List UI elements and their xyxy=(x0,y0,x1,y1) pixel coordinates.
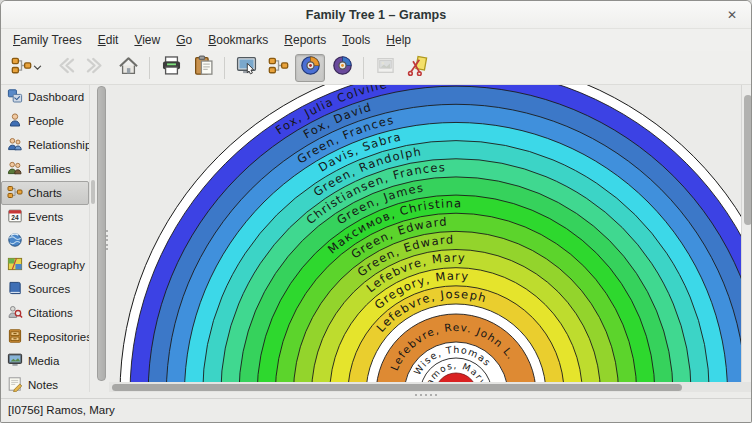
chevron-down-icon xyxy=(32,59,43,77)
menu-bar: Family TreesEditViewGoBookmarksReportsTo… xyxy=(1,29,751,51)
sidebar-item-label: Citations xyxy=(28,307,73,319)
media-button[interactable] xyxy=(370,54,400,82)
gramps-window: Family Tree 1 – Gramps ✕ Family TreesEdi… xyxy=(0,0,752,423)
families-icon xyxy=(7,160,23,178)
back-icon xyxy=(54,55,75,80)
vertical-scrollbar-thumb[interactable] xyxy=(744,95,752,225)
clip-button[interactable] xyxy=(402,54,432,82)
sidebar-item-charts[interactable]: Charts xyxy=(1,181,89,205)
media-icon xyxy=(7,352,23,370)
sidebar-scrollbar-thumb[interactable] xyxy=(91,180,95,204)
sidebar-item-label: Charts xyxy=(28,187,62,199)
home-icon xyxy=(118,55,139,80)
toolbar-separator xyxy=(224,57,225,79)
places-icon xyxy=(7,232,23,250)
geography-icon xyxy=(7,256,23,274)
menu-reports[interactable]: Reports xyxy=(276,29,334,51)
sidebar-item-citations[interactable]: Citations xyxy=(1,301,89,325)
sidebar-item-label: Notes xyxy=(28,379,58,391)
fan-chart-viewport[interactable]: Ramos, MaryWise, ThomasLefebvre, Rev. Jo… xyxy=(109,85,741,382)
menu-go[interactable]: Go xyxy=(168,29,200,51)
close-icon[interactable]: ✕ xyxy=(723,6,741,24)
full-fan-chart-view-button[interactable] xyxy=(327,54,357,82)
image-icon xyxy=(375,55,396,80)
pedigree-view-button[interactable] xyxy=(263,54,293,82)
print-icon xyxy=(161,55,182,80)
home-button[interactable] xyxy=(113,54,143,82)
svg-text:24: 24 xyxy=(11,214,19,221)
menu-view[interactable]: View xyxy=(126,29,168,51)
bottom-splitter-grip[interactable] xyxy=(415,394,437,397)
events-icon: 24 xyxy=(7,208,23,226)
content-area: DashboardPeopleRelationshipsFamiliesChar… xyxy=(1,85,752,398)
sidebar-item-people[interactable]: People xyxy=(1,109,89,133)
gramps-tree-icon xyxy=(11,55,32,80)
sidebar-item-label: Places xyxy=(28,235,63,247)
sidebar-item-relationships[interactable]: Relationships xyxy=(1,133,89,157)
horizontal-scrollbar-thumb[interactable] xyxy=(112,384,682,391)
person-icon xyxy=(7,112,23,130)
sidebar-item-geography[interactable]: Geography xyxy=(1,253,89,277)
sidebar-item-label: Geography xyxy=(28,259,85,271)
sidebar-item-events[interactable]: 24Events xyxy=(1,205,89,229)
toolbar-separator xyxy=(149,57,150,79)
sidebar-item-label: Events xyxy=(28,211,63,223)
back-button[interactable] xyxy=(49,54,79,82)
menu-family-trees[interactable]: Family Trees xyxy=(5,29,90,51)
clipboard-icon xyxy=(193,55,214,80)
forward-icon xyxy=(86,55,107,80)
clipboard-button[interactable] xyxy=(188,54,218,82)
toolbar xyxy=(1,51,751,85)
repositories-icon xyxy=(7,328,23,346)
fan-chart-view-button[interactable] xyxy=(295,54,325,82)
menu-bookmarks[interactable]: Bookmarks xyxy=(200,29,276,51)
sidebar-item-families[interactable]: Families xyxy=(1,157,89,181)
sidebar-item-label: Repositories xyxy=(28,331,92,343)
cut-icon xyxy=(407,55,428,80)
navigator-sidebar: DashboardPeopleRelationshipsFamiliesChar… xyxy=(1,85,89,398)
charts-icon xyxy=(7,184,23,202)
sidebar-item-sources[interactable]: Sources xyxy=(1,277,89,301)
sidebar-item-label: Media xyxy=(28,355,59,367)
sidebar-item-repositories[interactable]: Repositories xyxy=(1,325,89,349)
window-title: Family Tree 1 – Gramps xyxy=(306,8,446,22)
sidebar-item-places[interactable]: Places xyxy=(1,229,89,253)
fan-chart-canvas: Ramos, MaryWise, ThomasLefebvre, Rev. Jo… xyxy=(109,85,741,382)
active-person-status: [I0756] Ramos, Mary xyxy=(8,404,115,416)
status-bar: [I0756] Ramos, Mary xyxy=(1,398,751,423)
dashboard-icon xyxy=(7,88,23,106)
toolbar-separator xyxy=(363,57,364,79)
relationships-icon xyxy=(7,136,23,154)
menu-tools[interactable]: Tools xyxy=(334,29,378,51)
sidebar-item-label: Dashboard xyxy=(28,91,84,103)
fan-chart-alt-icon xyxy=(332,55,353,80)
configure-view-icon xyxy=(236,55,257,80)
horizontal-scrollbar[interactable] xyxy=(109,382,752,392)
configure-view-button[interactable] xyxy=(231,54,261,82)
sidebar-item-label: People xyxy=(28,115,64,127)
menu-edit[interactable]: Edit xyxy=(90,29,127,51)
title-bar[interactable]: Family Tree 1 – Gramps ✕ xyxy=(1,1,751,29)
sidebar-item-media[interactable]: Media xyxy=(1,349,89,373)
vertical-scrollbar[interactable] xyxy=(741,85,752,382)
print-button[interactable] xyxy=(156,54,186,82)
sidebar-item-label: Sources xyxy=(28,283,70,295)
citations-icon xyxy=(7,304,23,322)
menu-help[interactable]: Help xyxy=(378,29,419,51)
sidebar-scrollbar[interactable] xyxy=(89,85,96,398)
family-trees-button[interactable] xyxy=(7,54,47,82)
sidebar-item-label: Relationships xyxy=(28,139,97,151)
fan-chart-icon xyxy=(300,55,321,80)
sidebar-item-label: Families xyxy=(28,163,71,175)
pane-splitter-bar[interactable] xyxy=(97,86,106,381)
pane-splitter[interactable] xyxy=(96,85,109,398)
sources-icon xyxy=(7,280,23,298)
forward-button[interactable] xyxy=(81,54,111,82)
pedigree-icon xyxy=(268,55,289,80)
sidebar-item-dashboard[interactable]: Dashboard xyxy=(1,85,89,109)
